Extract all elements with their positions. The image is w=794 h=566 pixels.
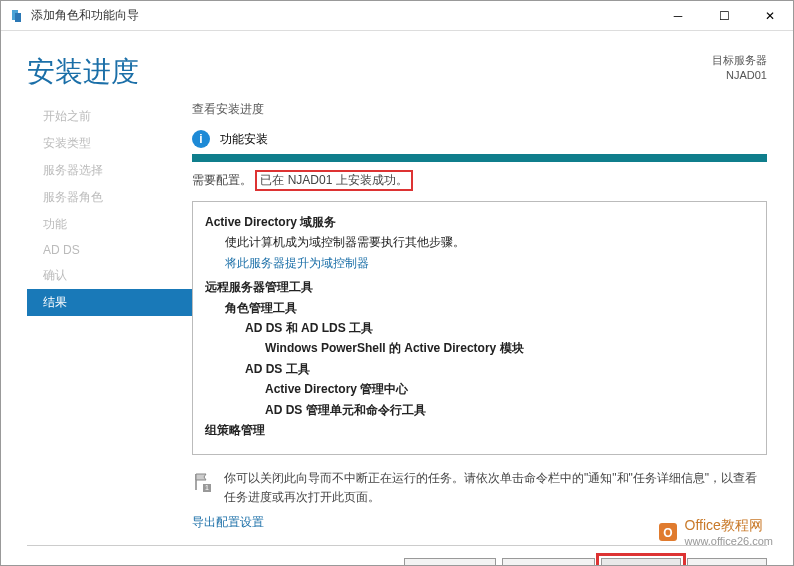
titlebar: 添加角色和功能向导 ─ ☐ ✕ xyxy=(1,1,793,31)
sidebar-item-features: 功能 xyxy=(27,211,192,238)
next-button: 下一步(N) > xyxy=(502,558,595,566)
svg-text:1: 1 xyxy=(205,484,209,491)
rsat-title: 远程服务器管理工具 xyxy=(205,277,754,297)
window-controls: ─ ☐ ✕ xyxy=(655,1,793,31)
ad-ds-title: Active Directory 域服务 xyxy=(205,212,754,232)
info-row: i 功能安装 xyxy=(192,130,767,148)
ad-snapins: AD DS 管理单元和命令行工具 xyxy=(205,400,754,420)
progress-bar xyxy=(192,154,767,162)
wizard-sidebar: 开始之前 安装类型 服务器选择 服务器角色 功能 AD DS 确认 结果 xyxy=(27,101,192,531)
sidebar-item-adds: AD DS xyxy=(27,238,192,262)
info-icon: i xyxy=(192,130,210,148)
ad-admin-center: Active Directory 管理中心 xyxy=(205,379,754,399)
window-title: 添加角色和功能向导 xyxy=(31,7,655,24)
info-label: 功能安装 xyxy=(220,131,268,148)
results-panel: Active Directory 域服务 使此计算机成为域控制器需要执行其他步骤… xyxy=(192,201,767,455)
target-server-block: 目标服务器 NJAD01 xyxy=(712,53,767,84)
svg-rect-1 xyxy=(15,13,21,22)
hint-text: 你可以关闭此向导而不中断正在运行的任务。请依次单击命令栏中的"通知"和"任务详细… xyxy=(224,469,767,507)
role-tools: 角色管理工具 xyxy=(205,298,754,318)
cancel-button: 取消 xyxy=(687,558,767,566)
flag-icon: 1 xyxy=(192,471,212,493)
ps-ad-module: Windows PowerShell 的 Active Directory 模块 xyxy=(205,338,754,358)
adds-lds-tools: AD DS 和 AD LDS 工具 xyxy=(205,318,754,338)
promote-dc-link[interactable]: 将此服务器提升为域控制器 xyxy=(205,253,754,273)
close-wizard-button[interactable]: 关闭 xyxy=(601,558,681,566)
export-config-link[interactable]: 导出配置设置 xyxy=(192,514,767,531)
wizard-main: 查看安装进度 i 功能安装 需要配置。 已在 NJAD01 上安装成功。 Act… xyxy=(192,101,793,531)
status-prefix: 需要配置。 xyxy=(192,173,252,187)
gpm: 组策略管理 xyxy=(205,420,754,440)
close-button[interactable]: ✕ xyxy=(747,1,793,31)
page-title: 安装进度 xyxy=(27,53,712,91)
sidebar-item-server-select: 服务器选择 xyxy=(27,157,192,184)
sidebar-item-server-roles: 服务器角色 xyxy=(27,184,192,211)
sidebar-item-results: 结果 xyxy=(27,289,192,316)
maximize-button[interactable]: ☐ xyxy=(701,1,747,31)
sidebar-item-confirm: 确认 xyxy=(27,262,192,289)
app-icon xyxy=(9,8,25,24)
target-server-label: 目标服务器 xyxy=(712,53,767,68)
sidebar-item-install-type: 安装类型 xyxy=(27,130,192,157)
target-server-value: NJAD01 xyxy=(712,68,767,83)
prev-button: < 上一步(P) xyxy=(404,558,496,566)
wizard-header: 安装进度 目标服务器 NJAD01 xyxy=(1,31,793,101)
status-highlight: 已在 NJAD01 上安装成功。 xyxy=(255,170,412,191)
hint-row: 1 你可以关闭此向导而不中断正在运行的任务。请依次单击命令栏中的"通知"和"任务… xyxy=(192,469,767,507)
wizard-footer: < 上一步(P) 下一步(N) > 关闭 取消 xyxy=(1,546,793,566)
section-heading: 查看安装进度 xyxy=(192,101,767,118)
adds-tools: AD DS 工具 xyxy=(205,359,754,379)
ad-ds-desc: 使此计算机成为域控制器需要执行其他步骤。 xyxy=(205,232,754,252)
status-line: 需要配置。 已在 NJAD01 上安装成功。 xyxy=(192,170,767,191)
minimize-button[interactable]: ─ xyxy=(655,1,701,31)
sidebar-item-before: 开始之前 xyxy=(27,103,192,130)
